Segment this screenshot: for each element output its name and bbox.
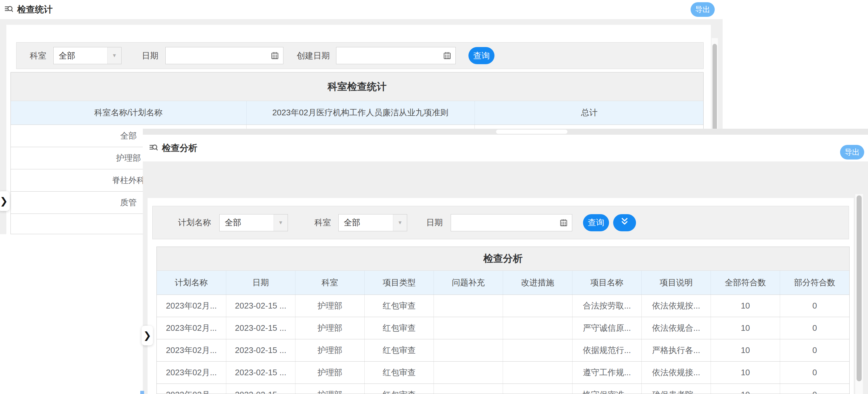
column-header: 计划名称	[157, 271, 226, 294]
column-header: 科室	[295, 271, 364, 294]
dept-filter-label: 科室	[314, 217, 331, 228]
column-header: 全部符合数	[711, 271, 780, 294]
plan-select[interactable]: 全部 ▼	[219, 214, 288, 231]
table-cell: 护理部	[295, 339, 364, 361]
created-date-input[interactable]	[336, 47, 456, 64]
search-button[interactable]: 查询	[583, 214, 609, 231]
w1-table-title-band: 科室检查统计	[11, 73, 703, 101]
table-cell: 确保患者院...	[642, 384, 711, 394]
table-cell	[503, 384, 572, 394]
date-input[interactable]	[165, 47, 283, 64]
table-cell: 遵守工作规...	[572, 361, 642, 384]
table-cell: 护理部	[295, 317, 364, 339]
table-header-row: 计划名称日期科室项目类型问题补充改进措施项目名称项目说明全部符合数部分符合数	[157, 271, 849, 294]
table-cell: 10	[711, 339, 780, 361]
date-filter-label: 日期	[142, 50, 158, 61]
table-cell: 2023年02月...	[157, 384, 226, 394]
table-cell: 2023年02月...	[157, 317, 226, 339]
column-header: 改进措施	[503, 271, 572, 294]
table-row[interactable]: 2023年02月...2023-02-15 ...护理部红包审查恪守保密准...…	[157, 384, 849, 394]
table-cell: 0	[780, 294, 849, 317]
table-cell: 2023-02-15 ...	[226, 294, 295, 317]
plan-select-value: 全部	[220, 215, 274, 231]
table-cell: 0	[780, 361, 849, 384]
table-row[interactable]: 2023年02月...2023-02-15 ...护理部红包审查遵守工作规...…	[157, 361, 849, 384]
table-cell: 红包审查	[365, 339, 434, 361]
table-cell	[434, 339, 503, 361]
table-cell: 10	[711, 361, 780, 384]
table-cell	[503, 339, 572, 361]
table-cell	[434, 317, 503, 339]
w2-panel: 计划名称 全部 ▼ 科室 全部 ▼ 日期	[148, 198, 854, 394]
column-header: 项目类型	[365, 271, 434, 294]
w2-table-title-band: 检查分析	[157, 247, 849, 271]
w2-vertical-scrollbar-thumb[interactable]	[857, 195, 862, 381]
search-list-icon	[149, 143, 158, 153]
double-chevron-down-icon	[620, 217, 629, 228]
table-cell: 0	[780, 384, 849, 394]
date-input[interactable]	[451, 214, 572, 231]
table-cell: 2023-02-15 ...	[226, 384, 295, 394]
table-cell: 10	[711, 294, 780, 317]
column-header: 科室名称/计划名称	[11, 101, 246, 124]
table-cell: 红包审查	[365, 361, 434, 384]
table-cell: 2023年02月...	[157, 361, 226, 384]
table-cell: 依法依规合...	[642, 317, 711, 339]
table-cell: 红包审查	[365, 294, 434, 317]
table-row[interactable]: 2023年02月...2023-02-15 ...护理部红包审查合法按劳取...…	[157, 294, 849, 317]
plan-filter-label: 计划名称	[178, 217, 211, 228]
chevron-right-icon: ❯	[0, 196, 8, 206]
table-cell: 10	[711, 317, 780, 339]
table-cell: 严格执行各...	[642, 339, 711, 361]
chevron-down-icon: ▼	[274, 215, 287, 231]
table-cell: 依法依规按...	[642, 294, 711, 317]
table-cell	[434, 384, 503, 394]
dept-select-value: 全部	[339, 215, 393, 231]
inspection-analysis-table: 计划名称日期科室项目类型问题补充改进措施项目名称项目说明全部符合数部分符合数 2…	[157, 271, 849, 394]
column-header: 问题补充	[434, 271, 503, 294]
table-cell: 护理部	[295, 294, 364, 317]
w2-table-container: 检查分析 计划名称日期科室项目类型问题补充改进措施项目名称项目说明全部符合数部分…	[156, 247, 849, 394]
created-date-input-wrap	[336, 47, 456, 64]
w1-filter-bar: 科室 全部 ▼ 日期	[16, 42, 704, 69]
table-title: 检查分析	[483, 252, 523, 265]
table-cell: 2023-02-15 ...	[226, 339, 295, 361]
table-cell: 0	[780, 317, 849, 339]
table-cell: 0	[780, 339, 849, 361]
column-header: 总计	[474, 101, 704, 124]
table-cell	[434, 294, 503, 317]
page-title: 检查统计	[17, 3, 53, 16]
table-cell: 恪守保密准...	[572, 384, 642, 394]
export-button[interactable]: 导出	[690, 2, 715, 17]
date-input-wrap	[451, 214, 572, 231]
table-header-row: 科室名称/计划名称2023年02月医疗机构工作人员廉洁从业九项准则总计	[11, 101, 704, 124]
dept-select[interactable]: 全部 ▼	[53, 47, 122, 64]
chevron-down-icon: ▼	[107, 47, 121, 64]
drawer-toggle[interactable]: ❯	[0, 191, 9, 211]
table-row[interactable]: 2023年02月...2023-02-15 ...护理部红包审查依据规范行...…	[157, 339, 849, 361]
search-button[interactable]: 查询	[468, 47, 494, 64]
expand-filters-button[interactable]	[613, 214, 636, 231]
drawer-toggle[interactable]: ❯	[142, 326, 153, 345]
date-input-wrap	[165, 47, 283, 64]
w2-body: 计划名称 全部 ▼ 科室 全部 ▼ 日期	[143, 162, 868, 394]
table-title: 科室检查统计	[328, 80, 386, 93]
table-cell: 2023年02月...	[157, 294, 226, 317]
column-header: 日期	[226, 271, 295, 294]
page-title: 检查分析	[162, 142, 197, 154]
w2-horizontal-scrollbar-thumb[interactable]	[496, 130, 567, 134]
dept-select[interactable]: 全部 ▼	[338, 214, 407, 231]
w2-titlebar: 检查分析 导出	[143, 135, 868, 162]
table-cell: 2023-02-15 ...	[226, 317, 295, 339]
table-cell	[503, 294, 572, 317]
export-button[interactable]: 导出	[840, 145, 864, 160]
chevron-right-icon: ❯	[143, 331, 151, 340]
table-row[interactable]: 2023年02月...2023-02-15 ...护理部红包审查严守诚信原...…	[157, 317, 849, 339]
table-cell: 护理部	[295, 384, 364, 394]
window-inspection-analysis: 检查分析 导出 计划名称 全部 ▼ 科室 全部 ▼ 日期	[143, 129, 868, 394]
date-filter-label: 日期	[426, 217, 443, 228]
table-cell: 护理部	[295, 361, 364, 384]
table-cell: 2023-02-15 ...	[226, 361, 295, 384]
column-header: 项目名称	[572, 271, 642, 294]
table-cell: 合法按劳取...	[572, 294, 642, 317]
